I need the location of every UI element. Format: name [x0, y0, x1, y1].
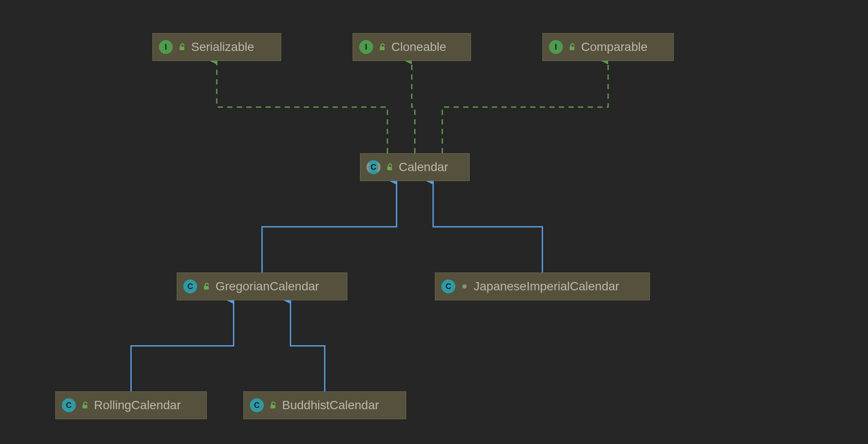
unlock-icon [377, 42, 387, 52]
class-node-label: Cloneable [391, 40, 446, 54]
class-node-label: Serializable [191, 40, 254, 54]
svg-rect-1 [380, 47, 385, 50]
interface-badge-icon: I [549, 40, 563, 54]
class-diagram-canvas[interactable]: I SerializableI CloneableI ComparableC C… [0, 0, 868, 444]
svg-rect-4 [204, 286, 209, 289]
svg-rect-6 [271, 405, 276, 408]
implements-edge [412, 61, 415, 153]
unlock-icon [177, 42, 187, 52]
extends-edge [262, 181, 397, 272]
class-node-cloneable[interactable]: I Cloneable [353, 33, 471, 61]
edge-layer [0, 0, 868, 444]
package-visibility-icon [460, 282, 469, 291]
class-node-label: JapaneseImperialCalendar [474, 279, 619, 293]
class-badge-icon: C [250, 398, 264, 412]
class-node-serializable[interactable]: I Serializable [152, 33, 281, 61]
class-node-calendar[interactable]: C Calendar [360, 153, 470, 181]
class-node-label: Comparable [581, 40, 648, 54]
interface-badge-icon: I [159, 40, 173, 54]
unlock-icon [268, 400, 278, 410]
class-badge-icon: C [183, 279, 197, 293]
unlock-icon [80, 400, 90, 410]
extends-edge [290, 300, 325, 391]
extends-edge [433, 181, 542, 272]
svg-rect-2 [570, 47, 575, 50]
interface-badge-icon: I [359, 40, 373, 54]
class-node-label: GregorianCalendar [215, 279, 319, 293]
class-node-japanese[interactable]: CJapaneseImperialCalendar [435, 272, 650, 300]
implements-edge [217, 61, 387, 153]
class-node-comparable[interactable]: I Comparable [542, 33, 674, 61]
abstract-badge-icon: C [367, 160, 380, 174]
class-node-label: RollingCalendar [94, 398, 181, 412]
svg-rect-5 [83, 405, 87, 408]
unlock-icon [202, 282, 211, 291]
svg-rect-3 [387, 167, 392, 170]
class-node-label: BuddhistCalendar [282, 398, 379, 412]
unlock-icon [567, 42, 577, 52]
class-badge-icon: C [62, 398, 76, 412]
implements-edge [442, 61, 608, 153]
class-badge-icon: C [441, 279, 455, 293]
class-node-label: Calendar [399, 160, 448, 174]
unlock-icon [385, 162, 394, 172]
svg-rect-0 [180, 47, 185, 50]
class-node-buddhist[interactable]: C BuddhistCalendar [243, 391, 406, 419]
extends-edge [131, 300, 234, 391]
class-node-gregorian[interactable]: C GregorianCalendar [177, 272, 347, 300]
class-node-rolling[interactable]: C RollingCalendar [55, 391, 207, 419]
